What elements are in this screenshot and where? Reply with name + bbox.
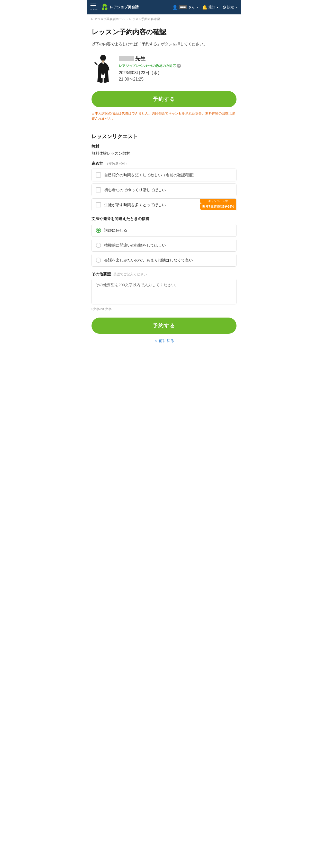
intro-text: 以下の内容でよろしければ「予約する」ボタンを押してください。: [92, 41, 236, 48]
checkbox-0[interactable]: [96, 173, 101, 178]
user-caret-icon: ▼: [196, 6, 198, 9]
checkbox-item-2[interactable]: 生徒が話す時間を多くとってほしい キャンペーン中 残り7日3時間35分24秒: [92, 198, 236, 211]
progress-label-row: 進め方 （複数選択可）: [92, 161, 236, 166]
page-title: レッスン予約内容の確認: [92, 28, 236, 36]
teacher-name: 先生: [119, 55, 236, 62]
checkbox-text-0: 自己紹介の時間を短くして欲しい（名前の確認程度）: [104, 173, 232, 178]
other-label: その他要望: [92, 272, 111, 277]
radio-item-2[interactable]: 会話を楽しみたいので、あまり指摘はしなくて良い: [92, 254, 236, 267]
other-label-row: その他要望 英語でご記入ください: [92, 272, 236, 277]
radio-text-1: 積極的に間違いの指摘をしてほしい: [104, 243, 166, 248]
breadcrumb: レアジョブ英会話ホーム › レッスン予約内容確認: [87, 14, 241, 24]
settings-label: 設定: [227, 5, 234, 9]
checkbox-item-0[interactable]: 自己紹介の時間を短くして欲しい（名前の確認程度）: [92, 168, 236, 181]
menu-bar-1: [91, 4, 96, 4]
menu-button[interactable]: MENU: [91, 4, 98, 11]
teacher-info: 先生 レアジョブレベル1〜5の教材のみ対応 ? 2023年08月23日（水） 2…: [119, 54, 236, 82]
correction-label: 文法や発音を間違えたときの指摘: [92, 216, 236, 221]
logo-text: レアジョブ英会話: [110, 5, 138, 9]
radio-text-2: 会話を楽しみたいので、あまり指摘はしなくて良い: [104, 258, 193, 263]
svg-rect-6: [104, 78, 107, 83]
radio-item-1[interactable]: 積極的に間違いの指摘をしてほしい: [92, 239, 236, 252]
back-link-anchor[interactable]: ＜ 前に戻る: [154, 338, 174, 343]
warning-text: 日本人講師の場合は代講はできません。講師都合でキャンセルされた場合、無料体験の回…: [92, 111, 236, 122]
gear-icon: ⚙: [222, 5, 226, 10]
notification-label: 通知: [208, 5, 215, 9]
breadcrumb-current: レッスン予約内容確認: [129, 17, 160, 21]
radio-2[interactable]: [96, 257, 101, 263]
menu-bar-3: [91, 7, 96, 7]
header-right: 👤 ■■■ さん ▼ 🔔 通知 ▼ ⚙ 設定 ▼: [172, 5, 237, 10]
tag-help-icon[interactable]: ?: [177, 64, 181, 68]
book-button-bottom[interactable]: 予約する: [92, 317, 236, 334]
logo-icon: [100, 3, 109, 11]
progress-items: 自己紹介の時間を短くして欲しい（名前の確認程度） 初心者なのでゆっくり話してほし…: [92, 168, 236, 211]
checkbox-item-1[interactable]: 初心者なのでゆっくり話してほしい: [92, 184, 236, 196]
material-value: 無料体験レッスン教材: [92, 151, 236, 156]
notification-menu[interactable]: 🔔 通知 ▼: [202, 5, 219, 10]
notification-caret-icon: ▼: [216, 6, 219, 9]
svg-rect-8: [102, 60, 104, 63]
user-menu[interactable]: 👤 ■■■ さん ▼: [172, 5, 199, 10]
teacher-name-suffix: 先生: [135, 55, 145, 62]
progress-note: （複数選択可）: [105, 161, 129, 166]
teacher-figure-icon: [93, 55, 113, 83]
main-content: レッスン予約内容の確認 以下の内容でよろしければ「予約する」ボタンを押してくださ…: [87, 24, 241, 356]
material-label: 教材: [92, 144, 236, 149]
checkbox-1[interactable]: [96, 187, 101, 192]
campaign-badge: キャンペーン中 残り7日3時間35分24秒: [200, 199, 236, 210]
back-link[interactable]: ＜ 前に戻る: [92, 338, 236, 348]
radio-0[interactable]: [96, 228, 101, 233]
teacher-avatar: [92, 54, 114, 84]
progress-label: 進め方: [92, 161, 103, 166]
radio-text-0: 講師に任せる: [104, 228, 127, 233]
teacher-tag-text: レアジョブレベル1〜5の教材のみ対応: [119, 64, 176, 68]
radio-1[interactable]: [96, 243, 101, 248]
bell-icon: 🔔: [202, 5, 207, 10]
svg-point-3: [104, 6, 106, 8]
user-suffix: さん: [188, 5, 195, 9]
checkbox-2[interactable]: [96, 202, 101, 208]
menu-bar-2: [91, 5, 96, 6]
char-count: 0文字/200文字: [92, 307, 236, 311]
teacher-card: 先生 レアジョブレベル1〜5の教材のみ対応 ? 2023年08月23日（水） 2…: [92, 54, 236, 84]
teacher-tag: レアジョブレベル1〜5の教材のみ対応 ?: [119, 64, 236, 68]
breadcrumb-separator: ›: [127, 18, 128, 21]
checkbox-text-1: 初心者なのでゆっくり話してほしい: [104, 188, 232, 192]
campaign-timer: 残り7日3時間35分24秒: [200, 204, 236, 210]
teacher-time: 21:00〜21:25: [119, 77, 236, 82]
settings-caret-icon: ▼: [235, 6, 237, 9]
book-button-top[interactable]: 予約する: [92, 91, 236, 107]
header-left: MENU レアジョブ英会話: [91, 3, 138, 11]
header: MENU レアジョブ英会話 👤 ■■■ さん ▼ 🔔 通知 ▼ ⚙ 設定: [87, 0, 241, 14]
other-sublabel: 英語でご記入ください: [113, 272, 147, 277]
lesson-request-title: レッスンリクエスト: [92, 133, 236, 140]
settings-menu[interactable]: ⚙ 設定 ▼: [222, 5, 237, 10]
radio-item-0[interactable]: 講師に任せる: [92, 224, 236, 237]
teacher-date: 2023年08月23日（水）: [119, 70, 236, 76]
svg-point-4: [100, 55, 106, 61]
menu-label: MENU: [91, 8, 98, 11]
logo[interactable]: レアジョブ英会話: [100, 3, 138, 11]
other-textarea[interactable]: [92, 279, 236, 304]
user-name: ■■■: [179, 5, 187, 9]
breadcrumb-home[interactable]: レアジョブ英会話ホーム: [91, 17, 125, 21]
teacher-name-blank: [119, 56, 134, 61]
svg-rect-5: [99, 78, 103, 83]
divider: [92, 128, 236, 128]
user-icon: 👤: [172, 5, 177, 10]
campaign-badge-label: キャンペーン中: [200, 199, 236, 204]
correction-items: 講師に任せる 積極的に間違いの指摘をしてほしい 会話を楽しみたいので、あまり指摘…: [92, 224, 236, 267]
